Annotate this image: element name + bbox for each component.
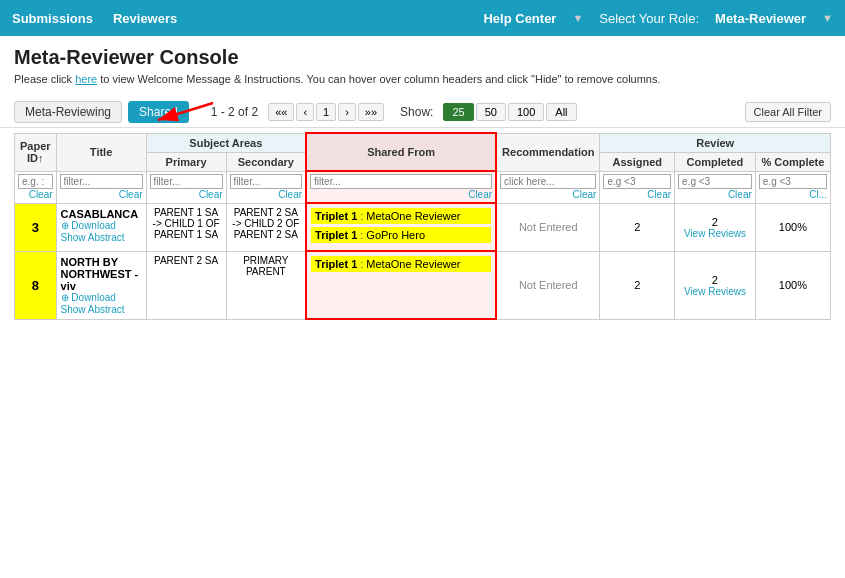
paper-id-cell: 8 xyxy=(15,251,57,319)
primary-cell: PARENT 2 SA xyxy=(146,251,226,319)
secondary-cell: PARENT 2 SA -> CHILD 2 OF PARENT 2 SA xyxy=(226,203,306,251)
recommendation-cell: Not Entered xyxy=(496,203,600,251)
title-text: NORTH BY NORTHWEST - viv xyxy=(61,256,139,292)
clear-pct[interactable]: Cl... xyxy=(759,189,827,200)
filter-paper-id-input[interactable] xyxy=(18,174,53,189)
nav-role-selector[interactable]: Meta-Reviewer xyxy=(715,11,806,26)
shared-tag: Triplet 1 : MetaOne Reviewer xyxy=(311,208,491,224)
clear-primary[interactable]: Clear xyxy=(150,189,223,200)
pagination-info: 1 - 2 of 2 xyxy=(211,105,258,119)
filter-assigned: Clear xyxy=(600,171,675,203)
table-wrapper: Paper ID↑ Title Subject Areas Shared Fro… xyxy=(0,132,845,334)
filter-shared-from-input[interactable] xyxy=(310,174,492,189)
triplet-name: Triplet 1 xyxy=(315,229,357,241)
clear-title[interactable]: Clear xyxy=(60,189,143,200)
table-row: 3 CASABLANCA ⊕ Download Show Abstract PA… xyxy=(15,203,831,251)
show-abstract-link[interactable]: Show Abstract xyxy=(61,304,125,315)
show-100[interactable]: 100 xyxy=(508,103,544,121)
instructions-link[interactable]: here xyxy=(75,73,97,85)
filter-paper-id: Clear xyxy=(15,171,57,203)
separator: : xyxy=(360,229,363,241)
pag-next[interactable]: › xyxy=(338,103,356,121)
shared-from-cell: Triplet 1 : MetaOne Reviewer xyxy=(306,251,496,319)
reviewer-name: GoPro Hero xyxy=(366,229,425,241)
clear-all-filter-button[interactable]: Clear All Filter xyxy=(745,102,831,122)
recommendation-cell: Not Entered xyxy=(496,251,600,319)
clear-recommendation[interactable]: Clear xyxy=(500,189,596,200)
col-review: Review xyxy=(600,133,831,152)
col-primary: Primary xyxy=(146,152,226,171)
clear-shared-from[interactable]: Clear xyxy=(310,189,492,200)
nav-reviewers[interactable]: Reviewers xyxy=(113,11,177,26)
separator: : xyxy=(360,210,363,222)
filter-recommendation-input[interactable] xyxy=(500,174,596,189)
shared-tag: Triplet 1 : MetaOne Reviewer xyxy=(311,256,491,272)
show-50[interactable]: 50 xyxy=(476,103,506,121)
shared-tag: Triplet 1 : GoPro Hero xyxy=(311,227,491,243)
clear-secondary[interactable]: Clear xyxy=(230,189,303,200)
col-subject-areas: Subject Areas xyxy=(146,133,306,152)
nav-help-center[interactable]: Help Center xyxy=(483,11,556,26)
title-cell: NORTH BY NORTHWEST - viv ⊕ Download Show… xyxy=(56,251,146,319)
paper-id-cell: 3 xyxy=(15,203,57,251)
title-cell: CASABLANCA ⊕ Download Show Abstract xyxy=(56,203,146,251)
clear-completed[interactable]: Clear xyxy=(678,189,752,200)
show-controls: 25 50 100 All xyxy=(443,103,576,121)
assigned-cell: 2 xyxy=(600,203,675,251)
show-25[interactable]: 25 xyxy=(443,103,473,121)
assigned-cell: 2 xyxy=(600,251,675,319)
col-recommendation: Recommendation xyxy=(496,133,600,171)
nav-submissions[interactable]: Submissions xyxy=(12,11,93,26)
col-secondary: Secondary xyxy=(226,152,306,171)
reviewer-name: MetaOne Reviewer xyxy=(366,210,460,222)
filter-completed: Clear xyxy=(675,171,756,203)
triplet-name: Triplet 1 xyxy=(315,258,357,270)
filter-recommendation: Clear xyxy=(496,171,600,203)
tab-meta-reviewing[interactable]: Meta-Reviewing xyxy=(14,101,122,123)
view-reviews-link[interactable]: View Reviews xyxy=(680,286,750,297)
filter-row: Clear Clear Clear Clear xyxy=(15,171,831,203)
pct-complete-cell: 100% xyxy=(755,251,830,319)
clear-assigned[interactable]: Clear xyxy=(603,189,671,200)
pagination-controls: «« ‹ 1 › »» xyxy=(268,103,384,121)
pag-page1[interactable]: 1 xyxy=(316,103,336,121)
secondary-cell: PRIMARY PARENT xyxy=(226,251,306,319)
filter-pct-input[interactable] xyxy=(759,174,827,189)
tab-shared[interactable]: Shared xyxy=(128,101,189,123)
col-pct-complete: % Complete xyxy=(755,152,830,171)
download-link[interactable]: ⊕ Download xyxy=(61,292,142,303)
primary-cell: PARENT 1 SA -> CHILD 1 OF PARENT 1 SA xyxy=(146,203,226,251)
filter-secondary-input[interactable] xyxy=(230,174,303,189)
download-link[interactable]: ⊕ Download xyxy=(61,220,142,231)
filter-pct: Cl... xyxy=(755,171,830,203)
show-abstract-link[interactable]: Show Abstract xyxy=(61,232,125,243)
tab-bar: Meta-Reviewing Shared 1 - 2 of 2 «« ‹ 1 … xyxy=(0,97,845,128)
filter-primary-input[interactable] xyxy=(150,174,223,189)
col-completed: Completed xyxy=(675,152,756,171)
table-body: 3 CASABLANCA ⊕ Download Show Abstract PA… xyxy=(15,203,831,319)
separator: : xyxy=(360,258,363,270)
view-reviews-link[interactable]: View Reviews xyxy=(680,228,750,239)
triplet-name: Triplet 1 xyxy=(315,210,357,222)
pag-prev[interactable]: ‹ xyxy=(296,103,314,121)
pag-first[interactable]: «« xyxy=(268,103,294,121)
reviewer-name: MetaOne Reviewer xyxy=(366,258,460,270)
top-navigation: Submissions Reviewers Help Center ▼ Sele… xyxy=(0,0,845,36)
filter-title: Clear xyxy=(56,171,146,203)
col-title: Title xyxy=(56,133,146,171)
col-assigned: Assigned xyxy=(600,152,675,171)
completed-cell: 2 View Reviews xyxy=(675,203,756,251)
completed-cell: 2 View Reviews xyxy=(675,251,756,319)
clear-paper-id[interactable]: Clear xyxy=(18,189,53,200)
pct-complete-cell: 100% xyxy=(755,203,830,251)
filter-primary: Clear xyxy=(146,171,226,203)
page-title: Meta-Reviewer Console xyxy=(14,46,831,69)
pag-last[interactable]: »» xyxy=(358,103,384,121)
filter-shared-from: Clear xyxy=(306,171,496,203)
filter-title-input[interactable] xyxy=(60,174,143,189)
nav-right: Help Center ▼ Select Your Role: Meta-Rev… xyxy=(483,11,833,26)
show-all[interactable]: All xyxy=(546,103,576,121)
filter-assigned-input[interactable] xyxy=(603,174,671,189)
filter-completed-input[interactable] xyxy=(678,174,752,189)
shared-from-cell: Triplet 1 : MetaOne Reviewer Triplet 1 :… xyxy=(306,203,496,251)
